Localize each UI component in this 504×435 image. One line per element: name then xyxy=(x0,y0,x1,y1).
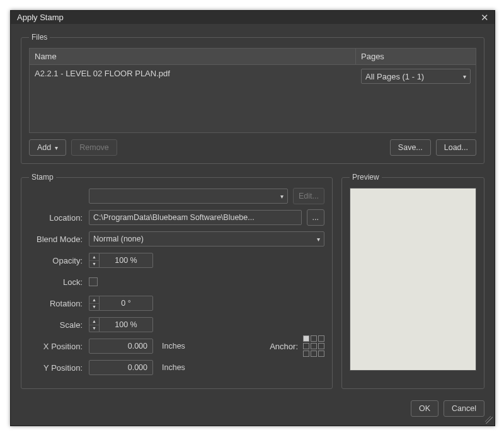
pages-select[interactable]: All Pages (1 - 1) ▾ xyxy=(361,69,471,84)
ypos-unit: Inches xyxy=(162,363,185,372)
preview-pane xyxy=(350,188,476,371)
browse-button[interactable]: ... xyxy=(307,209,324,226)
preview-group: Preview xyxy=(341,173,484,389)
blend-mode-select[interactable]: Normal (none) ▾ xyxy=(89,231,324,246)
dialog-title: Apply Stamp xyxy=(17,13,478,22)
xpos-label: X Position: xyxy=(29,342,89,351)
files-legend: Files xyxy=(29,33,50,42)
chevron-up-icon[interactable]: ▲ xyxy=(89,318,99,325)
dialog-footer: OK Cancel xyxy=(11,395,495,426)
lock-label: Lock: xyxy=(29,277,89,287)
chevron-down-icon: ▾ xyxy=(55,144,58,151)
files-table: Name Pages A2.2.1 - LEVEL 02 FLOOR PLAN.… xyxy=(29,48,476,133)
save-button[interactable]: Save... xyxy=(390,139,431,156)
blend-label: Blend Mode: xyxy=(29,235,89,244)
rotation-label: Rotation: xyxy=(29,299,89,308)
chevron-down-icon[interactable]: ▼ xyxy=(89,304,99,311)
cancel-button[interactable]: Cancel xyxy=(444,400,484,417)
remove-button[interactable]: Remove xyxy=(71,139,117,156)
location-label: Location: xyxy=(29,213,89,223)
close-icon[interactable]: ✕ xyxy=(478,11,491,24)
stamp-legend: Stamp xyxy=(29,173,56,182)
pages-select-value: All Pages (1 - 1) xyxy=(365,72,424,81)
chevron-down-icon[interactable]: ▼ xyxy=(89,261,99,268)
preview-legend: Preview xyxy=(350,173,382,182)
chevron-up-icon[interactable]: ▲ xyxy=(89,296,99,304)
load-button[interactable]: Load... xyxy=(436,139,476,156)
ypos-label: Y Position: xyxy=(29,363,89,373)
chevron-down-icon[interactable]: ▼ xyxy=(89,325,99,332)
opacity-label: Opacity: xyxy=(29,256,89,265)
xpos-field[interactable]: 0.000 xyxy=(89,339,153,354)
add-button[interactable]: Add ▾ xyxy=(29,139,66,156)
titlebar: Apply Stamp ✕ xyxy=(11,11,495,24)
edit-button[interactable]: Edit... xyxy=(293,188,324,204)
chevron-down-icon: ▾ xyxy=(280,193,284,200)
scale-stepper[interactable]: ▲▼ 100 % xyxy=(89,317,153,332)
column-header-pages[interactable]: Pages xyxy=(356,49,476,64)
scale-label: Scale: xyxy=(29,320,89,330)
chevron-down-icon: ▾ xyxy=(317,236,320,243)
column-header-name[interactable]: Name xyxy=(30,49,356,64)
lock-checkbox[interactable] xyxy=(89,277,98,286)
table-row[interactable]: A2.2.1 - LEVEL 02 FLOOR PLAN.pdf All Pag… xyxy=(30,65,476,88)
xpos-unit: Inches xyxy=(162,342,185,351)
resize-grip-icon[interactable] xyxy=(485,416,493,424)
ypos-field[interactable]: 0.000 xyxy=(89,360,153,375)
chevron-up-icon[interactable]: ▲ xyxy=(89,253,99,261)
location-field[interactable]: C:\ProgramData\Bluebeam Software\Bluebe.… xyxy=(89,210,302,225)
anchor-grid[interactable] xyxy=(303,335,324,357)
files-group: Files Name Pages A2.2.1 - LEVEL 02 FLOOR… xyxy=(21,33,484,164)
ok-button[interactable]: OK xyxy=(411,400,438,417)
apply-stamp-dialog: Apply Stamp ✕ Files Name Pages A2.2.1 - … xyxy=(10,10,495,426)
stamp-group: Stamp ▾ Edit... Location: xyxy=(21,173,333,389)
anchor-label: Anchor: xyxy=(270,342,298,351)
chevron-down-icon: ▾ xyxy=(463,73,466,80)
stamp-select[interactable]: ▾ xyxy=(89,188,288,204)
file-name-cell: A2.2.1 - LEVEL 02 FLOOR PLAN.pdf xyxy=(30,65,356,88)
rotation-stepper[interactable]: ▲▼ 0 ° xyxy=(89,296,153,311)
opacity-stepper[interactable]: ▲▼ 100 % xyxy=(89,253,153,268)
